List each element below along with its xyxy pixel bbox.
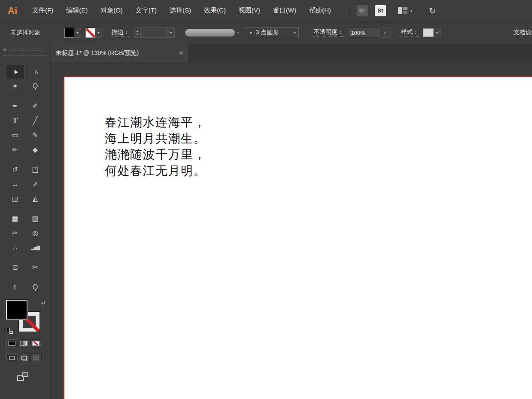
document-setup-button[interactable]: 文档设 [514, 29, 532, 37]
line-segment-tool-icon: ╱ [33, 117, 38, 125]
free-transform-tool[interactable]: ⇗ [26, 177, 45, 191]
menu-item-select[interactable]: 选择(S) [163, 4, 198, 17]
lasso-tool-icon: Ϙ [33, 83, 38, 90]
shaper-tool[interactable]: ✏ [6, 143, 25, 156]
menu-item-help[interactable]: 帮助(H) [303, 4, 337, 17]
gradient-tool[interactable]: ▨ [26, 212, 45, 225]
opacity-panel-link[interactable]: 不透明度： [313, 28, 344, 37]
brush-definition-combo[interactable]: • 3 点圆形 ▾ [245, 27, 299, 38]
hand-tool[interactable]: ✌ [6, 280, 25, 294]
graphic-style-swatch[interactable] [423, 28, 434, 37]
default-fill-stroke-icon[interactable] [6, 328, 13, 334]
width-profile-dropdown[interactable]: ▾ [237, 31, 239, 35]
brush-dropdown[interactable]: ▾ [291, 27, 298, 38]
collapse-panel-button[interactable]: « [3, 46, 6, 52]
chevron-down-icon: ▾ [97, 31, 99, 35]
type-tool[interactable]: T [6, 114, 25, 127]
column-graph-tool[interactable]: ▂▅▇ [26, 241, 45, 254]
selection-tool[interactable]: ► [6, 65, 25, 78]
chevron-down-icon: ▾ [410, 9, 413, 13]
document-tab[interactable]: 未标题-1* @ 130% (RGB/预览) × [51, 44, 189, 62]
paintbrush-tool-icon: ✎ [32, 132, 38, 139]
paintbrush-tool[interactable]: ✎ [26, 128, 45, 142]
bridge-button[interactable]: Br [357, 5, 368, 16]
color-button[interactable] [6, 339, 17, 347]
stroke-width-stepper[interactable]: ▴ ▾ [134, 27, 141, 38]
close-tab-icon[interactable]: × [179, 49, 183, 58]
selection-status: 未选择对象 [10, 29, 56, 37]
stroke-color-swatch[interactable] [85, 28, 95, 38]
line-segment-tool[interactable]: ╱ [26, 114, 45, 127]
expand-icon: › [384, 29, 386, 36]
toolbar-drag-handle[interactable] [3, 55, 47, 57]
stroke-panel-link[interactable]: 描边： [112, 28, 130, 37]
zoom-tool[interactable]: Ǫ [26, 280, 45, 294]
none-icon [32, 341, 40, 346]
artboard[interactable]: 春江潮水连海平， 海上明月共潮生。 滟滟随波千万里， 何处春江无月明。 [64, 76, 532, 399]
stroke-color-dropdown[interactable]: ▾ [95, 28, 102, 38]
poem-line: 春江潮水连海平， [105, 114, 206, 131]
variable-width-profile-preview[interactable] [185, 29, 235, 37]
lasso-tool[interactable]: Ϙ [26, 79, 45, 93]
opacity-input[interactable] [348, 27, 380, 38]
stepper-down-icon: ▾ [137, 33, 138, 36]
opacity-expand-button[interactable]: › [380, 27, 389, 38]
style-panel-link[interactable]: 样式： [401, 28, 419, 37]
stroke-width-combo[interactable]: ▾ [141, 27, 175, 38]
draw-normal-button[interactable] [6, 353, 18, 362]
perspective-grid-tool[interactable]: ◭ [26, 192, 45, 205]
scale-tool-icon: ◳ [32, 166, 38, 173]
none-button[interactable] [30, 339, 41, 347]
stock-button[interactable]: St [375, 5, 386, 16]
menu-item-window[interactable]: 窗口(W) [267, 4, 303, 17]
change-screen-mode-button[interactable] [13, 370, 33, 384]
workspace-switcher[interactable]: ▾ [398, 7, 413, 14]
slice-tool[interactable]: ✂ [26, 261, 45, 274]
menu-item-edit[interactable]: 编辑(E) [60, 4, 94, 17]
eyedropper-tool[interactable]: ✑ [6, 226, 25, 240]
eraser-tool[interactable]: ◆ [26, 143, 45, 156]
magic-wand-tool[interactable]: ✶ [6, 79, 25, 93]
canvas-pasteboard[interactable]: 春江潮水连海平， 海上明月共潮生。 滟滟随波千万里， 何处春江无月明。 [51, 62, 532, 399]
eyedropper-tool-icon: ✑ [12, 230, 18, 237]
toolbar-drag-handle[interactable] [10, 48, 47, 51]
menu-item-object[interactable]: 对象(O) [94, 4, 129, 17]
sync-status-icon[interactable]: ↻ [429, 6, 436, 16]
fill-color-swatch[interactable] [64, 28, 74, 38]
curvature-tool[interactable]: ✐ [26, 99, 45, 113]
fill-swatch[interactable] [6, 300, 27, 320]
document-tab-title: 未标题-1* @ 130% (RGB/预览) [56, 49, 176, 57]
pen-tool-icon: ✒ [12, 103, 18, 110]
draw-behind-icon [21, 356, 27, 360]
menu-item-type[interactable]: 文字(T) [129, 4, 163, 17]
width-tool[interactable]: ↔ [6, 177, 25, 191]
menu-item-effect[interactable]: 效果(C) [198, 4, 232, 17]
pen-tool[interactable]: ✒ [6, 99, 25, 113]
scale-tool[interactable]: ◳ [26, 163, 45, 176]
draw-inside-button[interactable] [30, 353, 42, 362]
artboard-tool[interactable]: ⊡ [6, 261, 25, 274]
screen-mode-icon [17, 372, 28, 381]
symbol-sprayer-tool[interactable]: ∴ [6, 241, 25, 254]
poem-text-object[interactable]: 春江潮水连海平， 海上明月共潮生。 滟滟随波千万里， 何处春江无月明。 [105, 114, 206, 179]
gradient-icon [20, 341, 27, 346]
fill-color-control: ▾ [64, 28, 81, 38]
style-dropdown[interactable]: ▾ [434, 28, 441, 37]
menu-item-file[interactable]: 文件(F) [26, 4, 60, 17]
draw-behind-button[interactable] [18, 353, 30, 362]
fill-color-dropdown[interactable]: ▾ [74, 28, 81, 38]
mesh-tool[interactable]: ▦ [6, 212, 25, 225]
shape-builder-tool[interactable]: ◫ [6, 192, 25, 205]
gradient-button[interactable] [18, 339, 29, 347]
stroke-width-dropdown[interactable]: ▾ [167, 28, 174, 37]
swap-fill-stroke-icon[interactable]: ⇄ [41, 300, 46, 306]
rectangle-tool[interactable]: ▭ [6, 128, 25, 142]
fill-stroke-indicator: ⇄ [6, 300, 46, 334]
chevron-down-icon: ▾ [436, 31, 438, 35]
rotate-tool[interactable]: ↺ [6, 163, 25, 176]
direct-selection-tool[interactable]: ▻ [26, 65, 45, 78]
color-mode-row [6, 339, 50, 347]
menu-item-view[interactable]: 视图(V) [232, 4, 267, 17]
hand-tool-icon: ✌ [12, 284, 18, 291]
blend-tool[interactable]: ◎ [26, 226, 45, 240]
